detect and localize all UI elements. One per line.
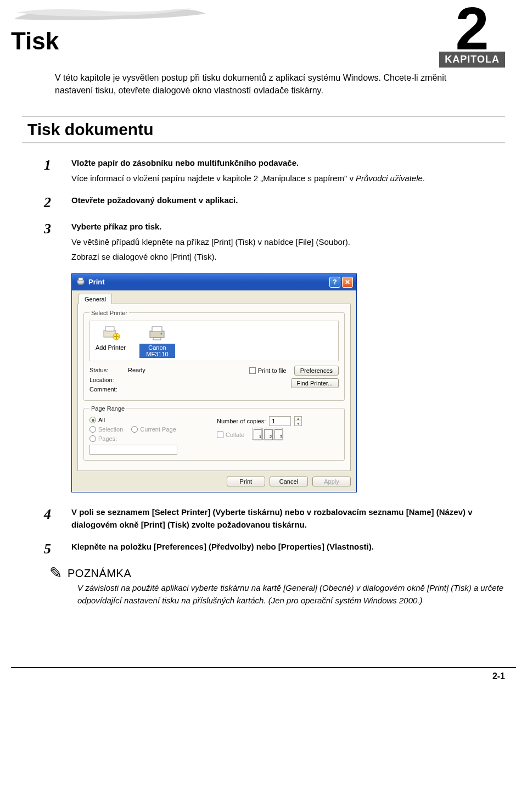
printer-list[interactable]: Add Printer: [89, 321, 339, 361]
note-text: V závislosti na použité aplikaci vyberte…: [77, 582, 505, 607]
step-bold: V poli se seznamem [Select Printer] (Vyb…: [71, 506, 505, 531]
copies-spinner[interactable]: ▲▼: [294, 416, 302, 426]
chapter-badge: 2 KAPITOLA: [439, 3, 505, 68]
step-number: 2: [44, 194, 71, 211]
preferences-button[interactable]: Preferences: [294, 366, 339, 376]
step-detail-2: Zobrazí se dialogové okno [Print] (Tisk)…: [71, 251, 505, 264]
brush-decoration: [11, 3, 505, 25]
printer-canon-mf3110[interactable]: Canon MF3110: [139, 324, 175, 358]
comment-label: Comment:: [89, 385, 128, 395]
step-number: 4: [44, 506, 71, 523]
page-range-legend: Page Range: [89, 405, 126, 412]
tab-general[interactable]: General: [79, 294, 112, 304]
step-detail: Ve většině případů klepněte na příkaz [P…: [71, 236, 505, 249]
copies-label: Number of copies:: [217, 418, 266, 424]
find-printer-button[interactable]: Find Printer...: [291, 378, 339, 388]
radio-current-page[interactable]: Current Page: [131, 426, 176, 433]
close-button[interactable]: ✕: [342, 277, 353, 288]
print-to-file-checkbox[interactable]: Print to file: [249, 367, 287, 374]
step-number: 3: [44, 221, 71, 237]
page-number: 2-1: [0, 671, 505, 681]
tabstrip: General: [79, 294, 351, 304]
footer-rule: [11, 667, 516, 668]
status-value: Ready: [128, 367, 145, 373]
step-bold: Vložte papír do zásobníku nebo multifunk…: [71, 157, 505, 170]
print-dialog-screenshot: Print ? ✕ General Select Printer: [71, 273, 505, 492]
radio-all[interactable]: All: [89, 417, 105, 423]
print-button[interactable]: Print: [227, 477, 265, 486]
chapter-number: 2: [439, 3, 505, 54]
pencil-icon: ✎: [49, 565, 62, 581]
chapter-label: KAPITOLA: [439, 52, 505, 68]
svg-rect-4: [105, 327, 114, 331]
step-bold: Klepněte na položku [Preferences] (Předv…: [71, 541, 505, 553]
printer-status-block: Status:Ready Location: Comment:: [89, 366, 229, 395]
svg-rect-2: [79, 283, 83, 284]
radio-selection[interactable]: Selection: [89, 426, 123, 433]
step-1: 1 Vložte papír do zásobníku nebo multifu…: [44, 157, 505, 184]
copies-input[interactable]: 1: [269, 416, 291, 426]
radio-pages[interactable]: Pages:: [89, 435, 117, 442]
select-printer-legend: Select Printer: [89, 310, 129, 316]
dialog-titlebar[interactable]: Print ? ✕: [72, 274, 356, 290]
apply-button[interactable]: Apply: [312, 477, 351, 486]
svg-rect-7: [114, 336, 119, 337]
step-3: 3 Vyberte příkaz pro tisk. Ve většině př…: [44, 221, 505, 264]
page-range-group: Page Range All Selection Current Page Pa…: [83, 405, 345, 461]
note-title: POZNÁMKA: [68, 567, 505, 580]
step-number: 1: [44, 157, 71, 173]
location-label: Location:: [89, 376, 128, 385]
add-printer-item[interactable]: Add Printer: [93, 324, 128, 358]
step-5: 5 Klepněte na položku [Preferences] (Pře…: [44, 541, 505, 557]
page-title: Tisk: [11, 27, 505, 55]
step-2: 2 Otevřete požadovaný dokument v aplikac…: [44, 194, 505, 211]
print-dialog: Print ? ✕ General Select Printer: [71, 273, 357, 492]
svg-rect-10: [153, 338, 161, 340]
svg-point-11: [160, 333, 162, 334]
add-printer-icon: [93, 324, 128, 343]
step-number: 5: [44, 541, 71, 557]
intro-text: V této kapitole je vysvětlen postup při …: [55, 71, 483, 97]
help-button[interactable]: ?: [329, 277, 340, 288]
step-4: 4 V poli se seznamem [Select Printer] (V…: [44, 506, 505, 531]
printer-icon: [76, 277, 85, 287]
step-bold: Vyberte příkaz pro tisk.: [71, 221, 505, 233]
dialog-title: Print: [88, 278, 105, 286]
select-printer-group: Select Printer: [83, 310, 345, 401]
collate-icon: 1 2 3: [254, 429, 283, 440]
printer-label: Canon MF3110: [139, 344, 175, 358]
collate-checkbox[interactable]: Collate: [217, 432, 244, 438]
cancel-button[interactable]: Cancel: [270, 477, 308, 486]
printer-icon: [139, 324, 175, 343]
step-bold: Otevřete požadovaný dokument v aplikaci.: [71, 194, 505, 207]
svg-rect-9: [152, 327, 162, 332]
svg-rect-1: [79, 278, 83, 281]
status-label: Status:: [89, 366, 128, 376]
note-block: ✎ POZNÁMKA V závislosti na použité aplik…: [49, 567, 505, 607]
tab-panel-general: Select Printer: [77, 304, 351, 471]
pages-input[interactable]: [89, 445, 177, 455]
dialog-button-row: Print Cancel Apply: [77, 477, 351, 486]
add-printer-label: Add Printer: [93, 344, 128, 351]
step-detail: Více informací o vložení papíru najdete …: [71, 172, 505, 185]
section-heading: Tisk dokumentu: [22, 116, 505, 143]
